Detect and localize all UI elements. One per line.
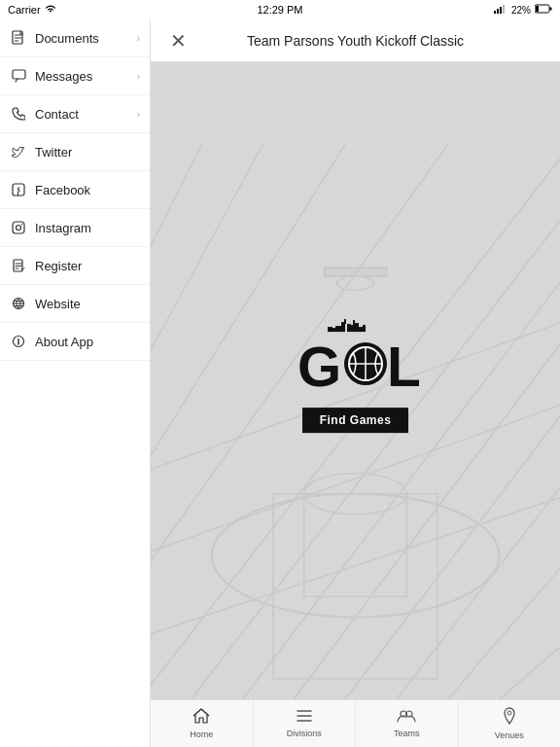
contact-label: Contact	[35, 107, 137, 122]
svg-point-61	[508, 711, 511, 715]
app-layout: Documents › Messages › Contact ›	[0, 19, 560, 747]
svg-rect-40	[335, 326, 341, 332]
svg-point-11	[17, 226, 21, 231]
tab-teams[interactable]: Teams	[356, 700, 459, 747]
messages-label: Messages	[35, 69, 137, 84]
svg-text:G: G	[298, 335, 341, 396]
venues-icon	[503, 707, 516, 729]
sidebar-item-contact[interactable]: Contact ›	[0, 95, 150, 133]
svg-rect-5	[536, 6, 539, 12]
gol-logo-svg: G L	[293, 318, 419, 396]
status-time: 12:29 PM	[257, 4, 302, 16]
tab-teams-label: Teams	[394, 729, 420, 738]
main-content: ✕ Team Parsons Youth Kickoff Classic	[151, 19, 560, 747]
about-app-icon	[10, 333, 27, 350]
sidebar-item-messages[interactable]: Messages ›	[0, 57, 150, 95]
sidebar-item-instagram[interactable]: Instagram	[0, 209, 150, 247]
sidebar: Documents › Messages › Contact ›	[0, 19, 151, 747]
instagram-icon	[10, 219, 27, 236]
tab-venues-label: Venues	[495, 730, 524, 740]
documents-chevron: ›	[137, 33, 140, 44]
close-button[interactable]: ✕	[164, 29, 192, 53]
battery-percentage: 22%	[511, 5, 531, 16]
tab-home[interactable]: Home	[151, 700, 254, 747]
svg-rect-45	[363, 325, 366, 332]
svg-rect-3	[503, 5, 505, 14]
home-icon	[192, 708, 210, 728]
svg-rect-0	[494, 11, 496, 14]
page-title: Team Parsons Youth Kickoff Classic	[192, 33, 519, 49]
website-label: Website	[35, 297, 140, 311]
tab-home-label: Home	[190, 729, 213, 739]
tab-divisions[interactable]: Divisions	[254, 700, 357, 747]
website-icon	[10, 295, 27, 312]
tab-divisions-label: Divisions	[287, 729, 322, 738]
facebook-label: Facebook	[35, 183, 140, 197]
twitter-icon	[10, 143, 27, 160]
svg-rect-49	[353, 320, 355, 325]
sidebar-item-about-app[interactable]: About App	[0, 323, 150, 361]
wifi-icon	[45, 4, 56, 16]
svg-rect-48	[344, 319, 346, 324]
status-bar: Carrier 12:29 PM 22%	[0, 0, 560, 19]
sidebar-item-twitter[interactable]: Twitter	[0, 133, 150, 171]
divisions-icon	[296, 709, 313, 727]
facebook-icon	[10, 181, 27, 198]
twitter-label: Twitter	[35, 145, 140, 160]
svg-rect-2	[500, 7, 502, 14]
messages-chevron: ›	[137, 71, 140, 82]
register-label: Register	[35, 259, 140, 273]
carrier-label: Carrier	[8, 4, 41, 16]
top-bar: ✕ Team Parsons Youth Kickoff Classic	[151, 19, 560, 62]
contact-chevron: ›	[137, 109, 140, 120]
sidebar-item-register[interactable]: Register	[0, 247, 150, 285]
contact-icon	[10, 105, 27, 123]
teams-icon	[397, 709, 416, 727]
battery-icon	[535, 4, 552, 16]
documents-label: Documents	[35, 31, 137, 46]
tab-venues[interactable]: Venues	[459, 700, 561, 747]
svg-rect-8	[13, 70, 25, 79]
documents-icon	[10, 29, 27, 47]
signal-icon	[494, 4, 508, 16]
bottom-tab-bar: Home Divisions	[151, 699, 560, 747]
register-icon	[10, 257, 27, 274]
status-left: Carrier	[8, 4, 56, 16]
svg-rect-47	[328, 327, 332, 332]
find-games-button[interactable]: Find Games	[302, 408, 409, 433]
sidebar-item-website[interactable]: Website	[0, 285, 150, 323]
svg-point-12	[21, 224, 22, 225]
svg-rect-1	[497, 9, 499, 14]
hero-center: G L Find Games	[293, 318, 419, 433]
messages-icon	[10, 67, 27, 85]
hero-area: G L Find Games	[151, 62, 560, 699]
svg-rect-41	[347, 324, 351, 332]
svg-rect-10	[13, 222, 24, 233]
svg-text:L: L	[387, 335, 419, 396]
instagram-label: Instagram	[35, 221, 140, 235]
sidebar-item-facebook[interactable]: Facebook	[0, 171, 150, 209]
about-app-label: About App	[35, 335, 140, 349]
sidebar-item-documents[interactable]: Documents ›	[0, 19, 150, 57]
status-right: 22%	[494, 4, 552, 16]
svg-rect-6	[550, 8, 552, 11]
svg-rect-42	[351, 325, 354, 332]
svg-rect-44	[359, 327, 363, 332]
